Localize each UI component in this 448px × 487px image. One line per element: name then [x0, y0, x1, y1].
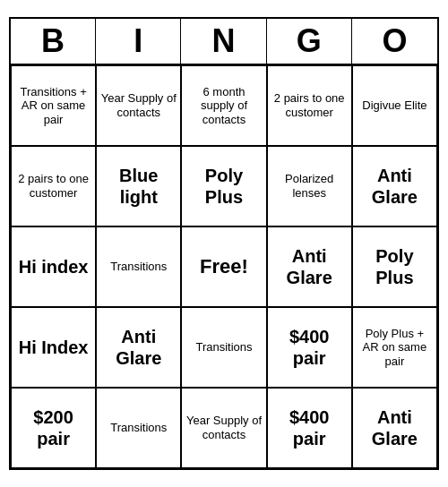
bingo-cell: Transitions	[96, 388, 181, 468]
bingo-cell: Anti Glare	[352, 146, 437, 226]
bingo-cell: Year Supply of contacts	[96, 65, 181, 146]
bingo-cell: $400 pair	[267, 307, 352, 388]
bingo-cell: 6 month supply of contacts	[181, 65, 266, 146]
bingo-cell: Poly Plus	[352, 226, 437, 307]
bingo-cell: Blue light	[96, 146, 181, 226]
bingo-cell: Transitions + AR on same pair	[11, 65, 96, 146]
bingo-card: BINGO Transitions + AR on same pairYear …	[9, 17, 439, 470]
bingo-cell: Hi index	[11, 226, 96, 307]
bingo-cell: 2 pairs to one customer	[11, 146, 96, 226]
header-letter: B	[11, 19, 96, 64]
bingo-cell: Anti Glare	[96, 307, 181, 388]
bingo-cell: Transitions	[181, 307, 266, 388]
bingo-cell: Free!	[181, 226, 266, 307]
header-letter: I	[96, 19, 181, 64]
bingo-cell: Anti Glare	[352, 388, 437, 468]
bingo-cell: $200 pair	[11, 388, 96, 468]
header-letter: G	[267, 19, 352, 64]
bingo-cell: 2 pairs to one customer	[267, 65, 352, 146]
bingo-cell: Polarized lenses	[267, 146, 352, 226]
bingo-cell: Poly Plus	[181, 146, 266, 226]
bingo-cell: Poly Plus + AR on same pair	[352, 307, 437, 388]
bingo-cell: Year Supply of contacts	[181, 388, 266, 468]
header-letter: N	[181, 19, 266, 64]
bingo-cell: Hi Index	[11, 307, 96, 388]
bingo-cell: Anti Glare	[267, 226, 352, 307]
bingo-grid: Transitions + AR on same pairYear Supply…	[11, 65, 437, 468]
bingo-header: BINGO	[11, 19, 437, 65]
bingo-cell: Digivue Elite	[352, 65, 437, 146]
header-letter: O	[352, 19, 437, 64]
bingo-cell: $400 pair	[267, 388, 352, 468]
bingo-cell: Transitions	[96, 226, 181, 307]
